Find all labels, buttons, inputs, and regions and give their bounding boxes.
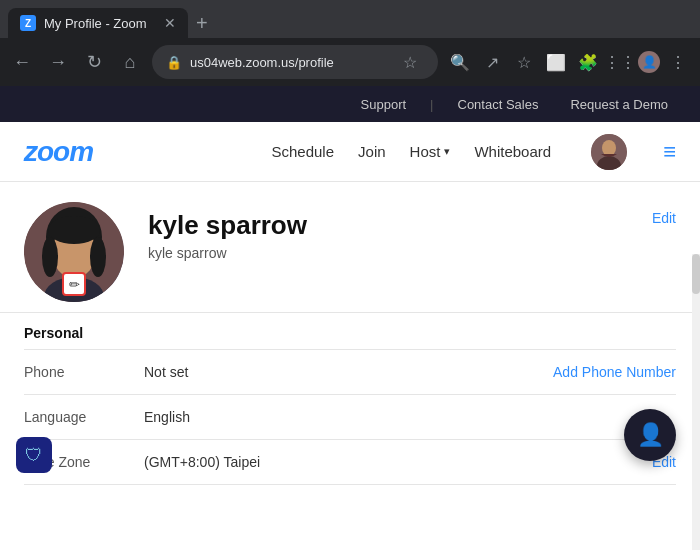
profile-username: kyle sparrow xyxy=(148,245,652,261)
schedule-link[interactable]: Schedule xyxy=(272,143,335,160)
active-tab[interactable]: Z My Profile - Zoom ✕ xyxy=(8,8,188,38)
language-value: English xyxy=(144,409,676,425)
request-demo-link[interactable]: Request a Demo xyxy=(562,97,676,112)
hamburger-menu[interactable]: ≡ xyxy=(663,139,676,165)
phone-value: Not set xyxy=(144,364,553,380)
address-bar[interactable]: 🔒 us04web.zoom.us/profile ☆ xyxy=(152,45,438,79)
svg-point-6 xyxy=(42,237,58,277)
forward-button[interactable]: → xyxy=(44,48,72,76)
contact-sales-link[interactable]: Contact Sales xyxy=(450,97,547,112)
address-text: us04web.zoom.us/profile xyxy=(190,55,388,70)
toolbar-icons: 🔍 ↗ ☆ ⬜ 🧩 ⋮⋮ 👤 ⋮ xyxy=(446,48,692,76)
phone-label: Phone xyxy=(24,364,144,380)
svg-point-1 xyxy=(602,140,616,156)
avatar-svg xyxy=(591,134,627,170)
bookmark-icon: ☆ xyxy=(396,48,424,76)
profile-section: ✏ kyle sparrow kyle sparrow Edit xyxy=(0,182,700,313)
avatar-edit-button[interactable]: ✏ xyxy=(62,272,86,296)
whiteboard-link[interactable]: Whiteboard xyxy=(474,143,551,160)
star-icon[interactable]: ☆ xyxy=(510,48,538,76)
profile-header: kyle sparrow kyle sparrow Edit xyxy=(148,202,676,261)
top-navigation: Support | Contact Sales Request a Demo xyxy=(0,86,700,122)
more-icon[interactable]: ⋮ xyxy=(664,48,692,76)
avatar-container: ✏ xyxy=(24,202,124,302)
new-tab-button[interactable]: + xyxy=(196,8,208,38)
tab-title: My Profile - Zoom xyxy=(44,16,156,31)
back-button[interactable]: ← xyxy=(8,48,36,76)
profile-name: kyle sparrow xyxy=(148,210,652,241)
timezone-value: (GMT+8:00) Taipei xyxy=(144,454,652,470)
favicon-letter: Z xyxy=(25,18,31,29)
personal-section: Personal Phone Not set Add Phone Number … xyxy=(0,313,700,485)
user-avatar-nav[interactable] xyxy=(591,134,627,170)
apps-icon[interactable]: ⋮⋮ xyxy=(606,48,634,76)
main-navigation: zoom Schedule Join Host ▾ Whiteboard ≡ xyxy=(0,122,700,182)
puzzle-icon[interactable]: 🧩 xyxy=(574,48,602,76)
lock-icon: 🔒 xyxy=(166,55,182,70)
home-button[interactable]: ⌂ xyxy=(116,48,144,76)
browser-profile-icon[interactable]: 👤 xyxy=(638,51,660,73)
shield-icon: 🛡 xyxy=(25,445,43,466)
scrollbar[interactable] xyxy=(692,254,700,550)
browser-toolbar: ← → ↻ ⌂ 🔒 us04web.zoom.us/profile ☆ 🔍 ↗ … xyxy=(0,38,700,86)
scrollbar-thumb[interactable] xyxy=(692,254,700,294)
tab-bar: Z My Profile - Zoom ✕ + xyxy=(0,0,700,38)
chat-fab-button[interactable]: 👤 xyxy=(624,409,676,461)
share-icon[interactable]: ↗ xyxy=(478,48,506,76)
host-chevron-icon: ▾ xyxy=(444,145,450,158)
svg-point-8 xyxy=(48,216,100,244)
section-title: Personal xyxy=(24,313,676,350)
timezone-row: Time Zone (GMT+8:00) Taipei Edit xyxy=(24,440,676,485)
host-dropdown[interactable]: Host ▾ xyxy=(410,143,451,160)
cast-icon[interactable]: ⬜ xyxy=(542,48,570,76)
language-row: Language English xyxy=(24,395,676,440)
tab-close-button[interactable]: ✕ xyxy=(164,15,176,31)
language-label: Language xyxy=(24,409,144,425)
add-phone-button[interactable]: Add Phone Number xyxy=(553,364,676,380)
tab-favicon: Z xyxy=(20,15,36,31)
search-icon[interactable]: 🔍 xyxy=(446,48,474,76)
zoom-logo[interactable]: zoom xyxy=(24,136,93,168)
pencil-icon: ✏ xyxy=(69,277,80,292)
join-link[interactable]: Join xyxy=(358,143,386,160)
phone-row: Phone Not set Add Phone Number xyxy=(24,350,676,395)
nav-links: Schedule Join Host ▾ Whiteboard ≡ xyxy=(272,134,677,170)
profile-edit-link[interactable]: Edit xyxy=(652,202,676,226)
support-link[interactable]: Support xyxy=(353,97,415,112)
svg-point-7 xyxy=(90,237,106,277)
shield-badge: 🛡 xyxy=(16,437,52,473)
chat-icon: 👤 xyxy=(637,422,664,448)
profile-info: kyle sparrow kyle sparrow xyxy=(148,202,652,261)
refresh-button[interactable]: ↻ xyxy=(80,48,108,76)
